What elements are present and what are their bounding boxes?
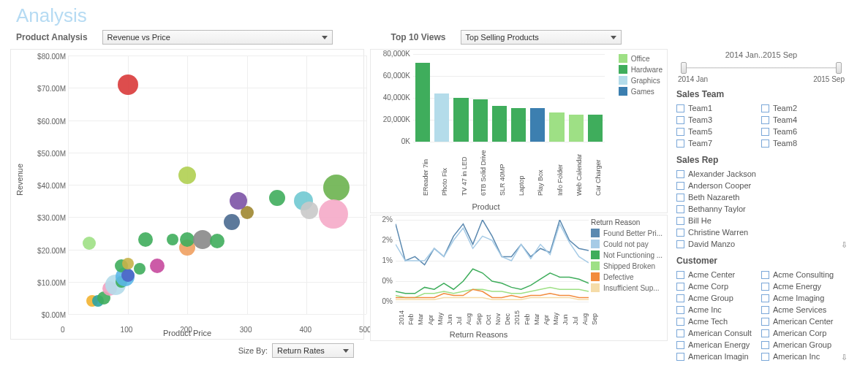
team-checkbox[interactable]: Team3 bbox=[676, 114, 761, 126]
team-checkbox[interactable]: Team4 bbox=[761, 114, 846, 126]
team-checkbox[interactable]: Team6 bbox=[761, 126, 846, 137]
rep-checkbox[interactable]: Bethanny Taylor bbox=[676, 203, 846, 215]
product-analysis-label: Product Analysis bbox=[16, 32, 88, 42]
x-tick: Apr bbox=[427, 315, 434, 325]
product-analysis-dropdown[interactable]: Revenue vs Price bbox=[102, 30, 333, 45]
checkbox-label: American Group bbox=[773, 340, 831, 349]
rep-checkbox[interactable]: Christine Warren bbox=[676, 226, 846, 238]
bar[interactable] bbox=[530, 108, 545, 142]
bar[interactable] bbox=[569, 115, 584, 142]
scatter-point[interactable] bbox=[193, 230, 212, 249]
customer-checkbox[interactable]: Acme Center bbox=[676, 269, 761, 280]
line-series[interactable] bbox=[396, 220, 589, 265]
team-checkbox[interactable]: Team8 bbox=[761, 137, 846, 149]
y-tick: 2% bbox=[382, 236, 393, 244]
slider-thumb-start[interactable] bbox=[681, 62, 687, 74]
x-tick: Jul bbox=[456, 316, 463, 325]
customer-checkbox[interactable]: American Imagin bbox=[676, 351, 761, 362]
bar[interactable] bbox=[415, 63, 430, 142]
y-tick: 0K bbox=[401, 137, 410, 145]
checkbox-label: Bethanny Taylor bbox=[688, 204, 746, 213]
scatter-point[interactable] bbox=[230, 192, 247, 210]
top10-dropdown[interactable]: Top Selling Products bbox=[461, 30, 622, 45]
checkbox-label: Christine Warren bbox=[688, 228, 748, 237]
customer-checkbox[interactable]: Acme Imaging bbox=[761, 292, 846, 304]
bar-label: Play Box bbox=[537, 169, 544, 196]
checkbox-icon bbox=[761, 294, 769, 302]
scatter-point[interactable] bbox=[323, 175, 350, 201]
x-tick: Sep bbox=[475, 313, 483, 325]
scatter-point[interactable] bbox=[150, 259, 165, 273]
rep-checkbox[interactable]: David Manzo bbox=[676, 238, 846, 250]
scroll-down-icon[interactable]: ⇩ bbox=[841, 240, 848, 250]
customer-checkbox[interactable]: American Corp bbox=[761, 327, 846, 339]
checkbox-icon bbox=[676, 318, 684, 326]
customer-checkbox[interactable]: Acme Services bbox=[761, 304, 846, 316]
scatter-point[interactable] bbox=[83, 237, 96, 250]
checkbox-label: American Imagin bbox=[688, 352, 749, 361]
x-tick: Aug bbox=[581, 313, 589, 325]
bar[interactable] bbox=[549, 112, 564, 142]
team-checkbox[interactable]: Team5 bbox=[676, 126, 761, 137]
scroll-down-icon[interactable]: ⇩ bbox=[841, 353, 848, 362]
bar[interactable] bbox=[511, 108, 526, 142]
checkbox-label: Team2 bbox=[773, 104, 797, 112]
customer-checkbox[interactable]: American Center bbox=[761, 316, 846, 327]
checkbox-label: Beth Nazareth bbox=[688, 193, 739, 202]
customer-checkbox[interactable]: American Consult bbox=[676, 327, 761, 339]
bar-label: TV 47 in LED bbox=[461, 156, 468, 196]
scatter-point[interactable] bbox=[122, 258, 134, 269]
bar-legend: OfficeHardwareGraphicsGames bbox=[619, 54, 663, 98]
bar[interactable] bbox=[453, 98, 468, 142]
scatter-point[interactable] bbox=[319, 199, 348, 229]
rep-checkbox[interactable]: Alexander Jackson bbox=[676, 168, 846, 180]
scatter-point[interactable] bbox=[224, 214, 240, 230]
customer-checkbox[interactable]: American Energy bbox=[676, 339, 761, 351]
checkbox-label: Acme Group bbox=[688, 294, 733, 302]
bar[interactable] bbox=[473, 99, 488, 142]
rep-checkbox[interactable]: Bill He bbox=[676, 215, 846, 226]
bar[interactable] bbox=[588, 115, 603, 142]
scatter-chart: Revenue $0.00M$10.00M$20.00M$30.00M$40.0… bbox=[10, 49, 364, 340]
scatter-point[interactable] bbox=[178, 167, 196, 184]
time-range-slider[interactable] bbox=[681, 61, 842, 75]
scatter-point[interactable] bbox=[118, 74, 138, 95]
y-tick: $30.00M bbox=[37, 214, 66, 222]
bar[interactable] bbox=[492, 106, 507, 142]
legend-item: Office bbox=[619, 54, 663, 63]
checkbox-label: Acme Corp bbox=[688, 282, 728, 291]
scatter-point[interactable] bbox=[210, 234, 224, 248]
slider-thumb-end[interactable] bbox=[836, 62, 842, 74]
customer-checkbox[interactable]: American Inc bbox=[761, 351, 846, 362]
team-checkbox[interactable]: Team7 bbox=[676, 137, 761, 149]
scatter-point[interactable] bbox=[167, 234, 178, 245]
returns-line-chart: 0%0%1%2%2% 2014FebMarAprMayJunJulAugSepO… bbox=[370, 215, 668, 341]
customer-checkbox[interactable]: Acme Group bbox=[676, 292, 761, 304]
customer-checkbox[interactable]: Acme Consulting bbox=[761, 269, 846, 280]
top10-dropdown-value: Top Selling Products bbox=[466, 33, 539, 42]
scatter-point[interactable] bbox=[138, 232, 153, 247]
scatter-point[interactable] bbox=[269, 190, 285, 206]
sizeby-dropdown[interactable]: Return Rates bbox=[272, 343, 354, 358]
rep-checkbox[interactable]: Anderson Cooper bbox=[676, 180, 846, 191]
y-tick: 0% bbox=[382, 277, 393, 285]
customer-checkbox[interactable]: Acme Tech bbox=[676, 316, 761, 327]
y-tick: 2% bbox=[382, 215, 393, 223]
legend-item: Games bbox=[619, 87, 663, 96]
scatter-point[interactable] bbox=[121, 269, 135, 282]
team-checkbox[interactable]: Team1 bbox=[676, 102, 761, 114]
line-series[interactable] bbox=[396, 224, 589, 263]
time-range-caption: 2014 Jan..2015 Sep bbox=[676, 50, 846, 59]
team-checkbox[interactable]: Team2 bbox=[761, 102, 846, 114]
chevron-down-icon bbox=[322, 36, 328, 39]
y-tick: 20,000K bbox=[383, 115, 410, 123]
customer-checkbox[interactable]: Acme Energy bbox=[761, 280, 846, 292]
customer-checkbox[interactable]: Acme Corp bbox=[676, 280, 761, 292]
rep-checkbox[interactable]: Beth Nazareth bbox=[676, 191, 846, 203]
sizeby-dropdown-value: Return Rates bbox=[277, 346, 325, 355]
customer-checkbox[interactable]: Acme Inc bbox=[676, 304, 761, 316]
scatter-point[interactable] bbox=[134, 263, 146, 275]
bar[interactable] bbox=[434, 93, 449, 142]
customer-checkbox[interactable]: American Group bbox=[761, 339, 846, 351]
slider-start-label: 2014 Jan bbox=[678, 75, 708, 83]
